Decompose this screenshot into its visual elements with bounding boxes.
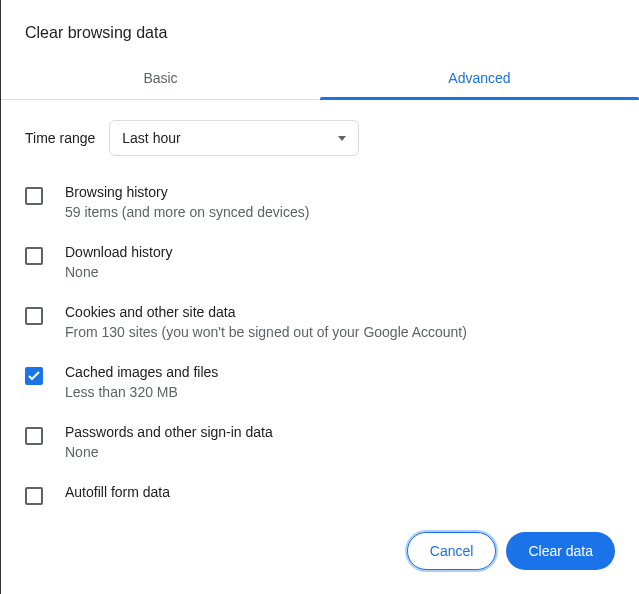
time-range-dropdown[interactable]: Last hour: [109, 120, 359, 156]
time-range-row: Time range Last hour: [25, 120, 615, 156]
checkbox-passwords[interactable]: [25, 427, 43, 445]
option-texts: Passwords and other sign-in data None: [65, 424, 273, 460]
option-passwords: Passwords and other sign-in data None: [25, 424, 615, 460]
time-range-value: Last hour: [122, 130, 180, 146]
checkbox-cookies[interactable]: [25, 307, 43, 325]
checkbox-autofill[interactable]: [25, 487, 43, 505]
option-title: Cached images and files: [65, 364, 218, 380]
option-autofill: Autofill form data: [25, 484, 615, 505]
option-sub: None: [65, 444, 273, 460]
option-texts: Download history None: [65, 244, 172, 280]
cancel-button[interactable]: Cancel: [407, 532, 497, 570]
tab-basic[interactable]: Basic: [1, 60, 320, 99]
option-sub: From 130 sites (you won't be signed out …: [65, 324, 467, 340]
option-cached: Cached images and files Less than 320 MB: [25, 364, 615, 400]
option-title: Cookies and other site data: [65, 304, 467, 320]
dialog-footer: Cancel Clear data: [1, 508, 639, 594]
checkbox-browsing-history[interactable]: [25, 187, 43, 205]
option-sub: 59 items (and more on synced devices): [65, 204, 309, 220]
option-texts: Browsing history 59 items (and more on s…: [65, 184, 309, 220]
chevron-down-icon: [338, 136, 346, 141]
clear-browsing-data-dialog: Clear browsing data Basic Advanced Time …: [0, 0, 639, 594]
option-sub: None: [65, 264, 172, 280]
option-texts: Autofill form data: [65, 484, 170, 500]
time-range-label: Time range: [25, 130, 95, 146]
option-download-history: Download history None: [25, 244, 615, 280]
option-cookies: Cookies and other site data From 130 sit…: [25, 304, 615, 340]
option-texts: Cookies and other site data From 130 sit…: [65, 304, 467, 340]
option-title: Download history: [65, 244, 172, 260]
checkbox-download-history[interactable]: [25, 247, 43, 265]
clear-data-button[interactable]: Clear data: [506, 532, 615, 570]
option-title: Browsing history: [65, 184, 309, 200]
content-area: Time range Last hour Browsing history 59…: [1, 100, 639, 508]
tab-advanced[interactable]: Advanced: [320, 60, 639, 99]
option-title: Passwords and other sign-in data: [65, 424, 273, 440]
tabs: Basic Advanced: [1, 60, 639, 100]
option-sub: Less than 320 MB: [65, 384, 218, 400]
checkbox-cached[interactable]: [25, 367, 43, 385]
option-title: Autofill form data: [65, 484, 170, 500]
option-texts: Cached images and files Less than 320 MB: [65, 364, 218, 400]
option-browsing-history: Browsing history 59 items (and more on s…: [25, 184, 615, 220]
dialog-title: Clear browsing data: [1, 0, 639, 60]
scroll-area[interactable]: Time range Last hour Browsing history 59…: [1, 100, 639, 508]
